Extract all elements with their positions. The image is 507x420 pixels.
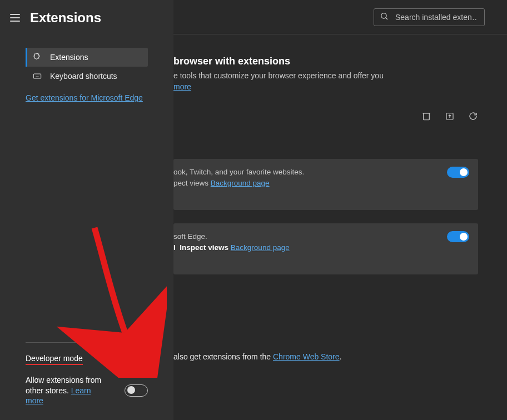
sidebar-item-extensions[interactable]: Extensions — [26, 48, 148, 67]
get-extensions-link[interactable]: Get extensions for Microsoft Edge — [26, 93, 143, 102]
allow-other-stores-row: Allow extensions from other stores. Lear… — [26, 375, 148, 406]
extension-card: soft Edge. I Inspect views Background pa… — [173, 223, 478, 274]
sidebar-nav: Extensions Keyboard shortcuts Get extens… — [0, 48, 173, 102]
menu-icon[interactable] — [10, 14, 20, 22]
svg-rect-4 — [33, 74, 41, 78]
allow-other-stores-toggle[interactable] — [125, 384, 148, 397]
puzzle-icon — [32, 53, 42, 62]
svg-line-1 — [386, 18, 387, 19]
background-page-link[interactable]: Background page — [211, 179, 270, 187]
hero-desc: e tools that customize your browser expe… — [173, 71, 478, 92]
delete-icon[interactable] — [421, 111, 431, 121]
store-link-row: Get extensions for Microsoft Edge — [26, 93, 148, 102]
sidebar-item-label: Keyboard shortcuts — [50, 72, 117, 81]
sidebar: Extensions Extensions Keyboard shortcuts… — [0, 0, 173, 420]
developer-mode-toggle[interactable] — [125, 353, 148, 366]
action-row — [173, 111, 478, 121]
search-icon — [380, 12, 389, 23]
reload-icon[interactable] — [468, 111, 478, 121]
developer-mode-label: Developer mode — [26, 354, 83, 365]
developer-mode-row: Developer mode — [26, 349, 148, 369]
extension-toggle[interactable] — [447, 167, 469, 178]
card-line: ook, Twitch, and your favorite websites. — [173, 168, 304, 176]
card-inspect-label: Inspect views — [180, 243, 228, 252]
search-input[interactable] — [394, 12, 479, 22]
card-sep: I — [173, 243, 176, 252]
search-field[interactable] — [374, 8, 485, 26]
hero: browser with extensions e tools that cus… — [173, 56, 478, 92]
svg-point-0 — [381, 13, 386, 18]
keyboard-icon — [32, 72, 42, 81]
sidebar-footer: Developer mode Allow extensions from oth… — [0, 342, 173, 420]
load-unpacked-icon[interactable] — [445, 111, 455, 121]
hero-title: browser with extensions — [173, 56, 478, 67]
extension-card: ook, Twitch, and your favorite websites.… — [173, 159, 478, 210]
page-title: Extensions — [30, 10, 101, 26]
chrome-web-store-link[interactable]: Chrome Web Store — [273, 352, 340, 361]
hero-more-link[interactable]: more — [173, 82, 191, 91]
svg-rect-2 — [424, 113, 430, 120]
sidebar-item-label: Extensions — [50, 53, 88, 62]
card-inspect-label: pect views — [173, 179, 208, 187]
divider — [26, 342, 148, 343]
card-line: soft Edge. — [173, 232, 207, 241]
extension-toggle[interactable] — [447, 231, 469, 242]
background-page-link[interactable]: Background page — [231, 243, 290, 252]
sidebar-item-shortcuts[interactable]: Keyboard shortcuts — [26, 67, 148, 86]
footer-note: also get extensions from the Chrome Web … — [173, 352, 478, 361]
